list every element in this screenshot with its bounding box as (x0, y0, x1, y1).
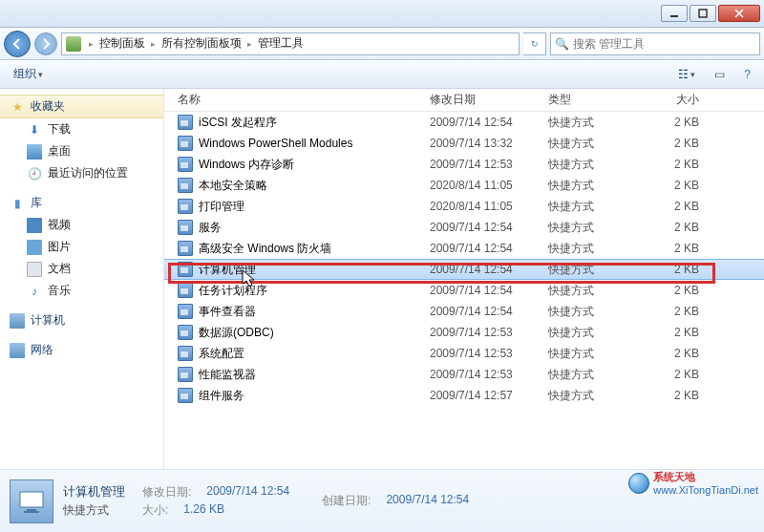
sidebar-item-downloads[interactable]: ⬇下载 (0, 118, 163, 140)
sidebar-computer[interactable]: 计算机 (0, 309, 163, 331)
details-title: 计算机管理 (63, 483, 125, 500)
sidebar-item-music[interactable]: ♪音乐 (0, 280, 163, 302)
file-size: 2 KB (647, 116, 705, 129)
file-type: 快捷方式 (542, 178, 647, 194)
document-icon (27, 262, 42, 277)
nav-forward-button[interactable] (34, 32, 57, 55)
file-date: 2009/7/14 13:32 (424, 137, 542, 150)
minimize-button[interactable] (661, 5, 688, 22)
file-type: 快捷方式 (542, 115, 647, 131)
svg-rect-3 (27, 509, 36, 511)
file-row[interactable]: 事件查看器2009/7/14 12:54快捷方式2 KB (164, 301, 764, 322)
file-type: 快捷方式 (542, 388, 647, 404)
file-row[interactable]: iSCSI 发起程序2009/7/14 12:54快捷方式2 KB (164, 112, 764, 133)
refresh-button[interactable]: ↻ (523, 32, 546, 55)
file-size: 2 KB (647, 305, 705, 318)
file-size: 2 KB (647, 389, 705, 402)
file-row[interactable]: 数据源(ODBC)2009/7/14 12:53快捷方式2 KB (164, 322, 764, 343)
organize-label: 组织 (13, 66, 36, 82)
shortcut-icon (178, 262, 193, 277)
column-size[interactable]: 大小 (647, 92, 705, 108)
file-type: 快捷方式 (542, 304, 647, 320)
sidebar-libraries-label: 库 (31, 195, 42, 211)
shortcut-icon (178, 304, 193, 319)
file-date: 2009/7/14 12:53 (424, 158, 542, 171)
column-name[interactable]: 名称 (172, 92, 424, 108)
file-size: 2 KB (647, 326, 705, 339)
video-icon (27, 218, 42, 233)
column-date[interactable]: 修改日期 (424, 92, 542, 108)
sidebar-network[interactable]: 网络 (0, 339, 163, 361)
help-button[interactable]: ? (738, 66, 756, 83)
file-name: 组件服务 (199, 388, 244, 404)
file-name: 服务 (199, 220, 222, 236)
sidebar-item-pictures[interactable]: 图片 (0, 236, 163, 258)
file-type: 快捷方式 (542, 199, 647, 215)
file-date: 2009/7/14 12:57 (424, 389, 542, 402)
file-row[interactable]: 计算机管理2009/7/14 12:54快捷方式2 KB (164, 259, 764, 280)
file-row[interactable]: 服务2009/7/14 12:54快捷方式2 KB (164, 217, 764, 238)
file-name: 数据源(ODBC) (199, 325, 274, 341)
breadcrumb[interactable]: ▸ 控制面板 ▸ 所有控制面板项 ▸ 管理工具 (61, 32, 520, 55)
shortcut-icon (178, 136, 193, 151)
file-type: 快捷方式 (542, 157, 647, 173)
file-name: 事件查看器 (199, 304, 256, 320)
navigation-sidebar: ★ 收藏夹 ⬇下载 桌面 🕘最近访问的位置 ▮ 库 视频 图片 文档 ♪音乐 计… (0, 89, 164, 469)
file-row[interactable]: 高级安全 Windows 防火墙2009/7/14 12:54快捷方式2 KB (164, 238, 764, 259)
watermark-line2: www.XiTongTianDi.net (653, 484, 758, 496)
maximize-button[interactable] (690, 5, 716, 22)
control-panel-icon (66, 36, 81, 52)
search-box[interactable]: 🔍 (550, 32, 760, 55)
details-type: 快捷方式 (63, 502, 109, 519)
file-row[interactable]: 组件服务2009/7/14 12:57快捷方式2 KB (164, 385, 764, 406)
shortcut-icon (178, 241, 193, 256)
shortcut-icon (178, 115, 193, 130)
sidebar-item-videos[interactable]: 视频 (0, 214, 163, 236)
file-type: 快捷方式 (542, 241, 647, 257)
file-date: 2020/8/14 11:05 (424, 179, 542, 192)
file-type: 快捷方式 (542, 283, 647, 299)
file-name: 高级安全 Windows 防火墙 (199, 241, 331, 257)
organize-button[interactable]: 组织 ▾ (8, 64, 49, 84)
close-button[interactable] (718, 5, 760, 22)
preview-pane-button[interactable]: ▭ (709, 66, 731, 83)
file-name: 计算机管理 (199, 262, 256, 278)
sidebar-item-desktop[interactable]: 桌面 (0, 140, 163, 162)
column-headers: 名称 修改日期 类型 大小 (164, 89, 764, 112)
breadcrumb-seg-2[interactable]: 所有控制面板项 (159, 33, 244, 53)
file-row[interactable]: 性能监视器2009/7/14 12:53快捷方式2 KB (164, 364, 764, 385)
details-created-label: 创建日期: (322, 493, 371, 509)
file-row[interactable]: 打印管理2020/8/14 11:05快捷方式2 KB (164, 196, 764, 217)
file-name: 本地安全策略 (199, 178, 267, 194)
breadcrumb-seg-3[interactable]: 管理工具 (256, 33, 306, 53)
nav-back-button[interactable] (4, 31, 31, 57)
file-row[interactable]: Windows 内存诊断2009/7/14 12:53快捷方式2 KB (164, 154, 764, 175)
breadcrumb-seg-1[interactable]: 控制面板 (97, 33, 147, 53)
file-date: 2009/7/14 12:53 (424, 347, 542, 360)
file-size: 2 KB (647, 347, 705, 360)
file-size: 2 KB (647, 368, 705, 381)
svg-rect-2 (20, 492, 43, 507)
file-size: 2 KB (647, 242, 705, 255)
sidebar-libraries[interactable]: ▮ 库 (0, 192, 163, 214)
chevron-down-icon: ▾ (38, 70, 43, 79)
file-date: 2009/7/14 12:53 (424, 368, 542, 381)
column-type[interactable]: 类型 (542, 92, 647, 108)
sidebar-favorites[interactable]: ★ 收藏夹 (0, 95, 163, 118)
file-row[interactable]: Windows PowerShell Modules2009/7/14 13:3… (164, 133, 764, 154)
search-input[interactable] (573, 37, 755, 51)
sidebar-item-documents[interactable]: 文档 (0, 258, 163, 280)
view-options-button[interactable]: ☷ ▾ (672, 66, 701, 83)
toolbar: 组织 ▾ ☷ ▾ ▭ ? (0, 60, 764, 89)
details-date-label: 修改日期: (142, 484, 191, 500)
file-row[interactable]: 任务计划程序2009/7/14 12:54快捷方式2 KB (164, 280, 764, 301)
file-size: 2 KB (647, 179, 705, 192)
file-name: iSCSI 发起程序 (199, 115, 277, 131)
search-icon: 🔍 (555, 37, 569, 51)
file-row[interactable]: 本地安全策略2020/8/14 11:05快捷方式2 KB (164, 175, 764, 196)
file-row[interactable]: 系统配置2009/7/14 12:53快捷方式2 KB (164, 343, 764, 364)
chevron-right-icon: ▸ (89, 39, 94, 49)
watermark-line1: 系统天地 (653, 470, 758, 484)
chevron-right-icon: ▸ (247, 39, 252, 49)
sidebar-item-recent[interactable]: 🕘最近访问的位置 (0, 162, 163, 184)
